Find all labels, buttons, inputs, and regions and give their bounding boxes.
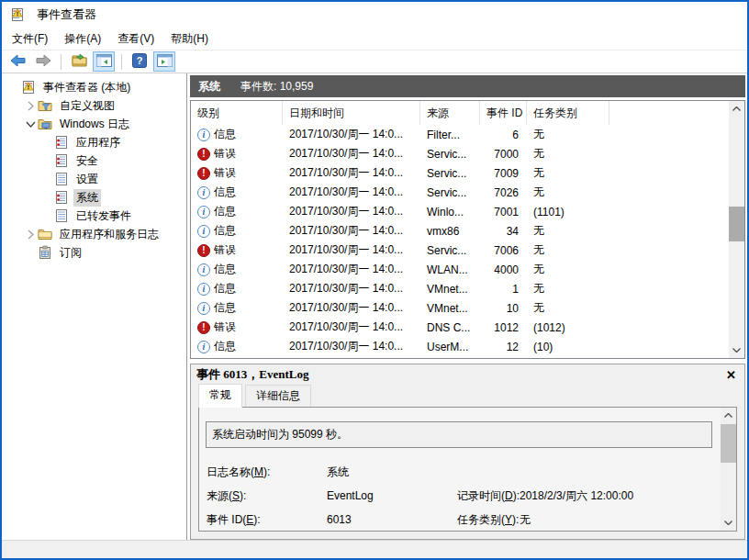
sidebar-item-2[interactable]: Windows 日志 (2, 115, 186, 133)
level-cell: i信息 (191, 262, 283, 277)
level-label: 信息 (214, 262, 236, 277)
scroll-down-icon[interactable] (729, 342, 744, 358)
date-cell: 2017/10/30/周一 14:0... (283, 185, 420, 200)
sidebar-item-9[interactable]: 订阅 (2, 243, 186, 262)
source-cell: WLAN... (420, 263, 480, 276)
column-header-level[interactable]: 级别 (191, 101, 283, 125)
source-cell: Servic... (420, 167, 480, 180)
event-id-cell: 4000 (480, 263, 527, 276)
sidebar-item-5[interactable]: 设置 (2, 170, 186, 188)
scroll-up-icon[interactable] (721, 408, 736, 423)
event-row[interactable]: !错误2017/10/30/周一 14:0...Servic...7006无 (191, 241, 729, 260)
scrollbar-thumb[interactable] (729, 207, 744, 241)
chevron-right-icon[interactable] (24, 230, 38, 240)
close-icon[interactable]: ✕ (726, 368, 736, 382)
event-row[interactable]: i信息2017/10/30/周一 14:0...WLAN...4000无 (191, 260, 729, 279)
event-list-scrollbar[interactable] (729, 101, 744, 358)
menu-file[interactable]: 文件(F) (4, 28, 56, 50)
scroll-down-icon[interactable] (721, 515, 736, 531)
level-label: 错误 (214, 242, 236, 258)
forward-button[interactable] (32, 51, 54, 72)
info-icon: i (197, 206, 210, 218)
level-label: 信息 (214, 185, 236, 200)
toolbar: ? (2, 50, 747, 73)
event-row[interactable]: i信息2017/10/30/周一 14:0...UserM...12(10) (191, 337, 729, 356)
sidebar-item-3[interactable]: 应用程序 (2, 133, 186, 151)
results-event-count: 事件数: 10,959 (240, 79, 313, 95)
help-icon: ? (132, 53, 147, 71)
info-icon: i (197, 341, 210, 353)
sidebar-item-7[interactable]: 已转发事件 (2, 207, 186, 225)
sidebar-item-label: 订阅 (57, 244, 84, 262)
event-row[interactable]: !错误2017/10/30/周一 14:0...Servic...7009无 (191, 163, 729, 183)
chevron-right-icon[interactable] (24, 101, 38, 111)
level-cell: i信息 (191, 281, 283, 297)
logged-label: 记录时间(D): (457, 488, 520, 504)
sidebar-item-4[interactable]: 安全 (2, 151, 186, 170)
task-category-cell: 无 (527, 185, 609, 200)
tab-general[interactable]: 常规 (198, 384, 242, 408)
log-plain-icon (54, 208, 69, 223)
task-category-cell: (1101) (527, 206, 609, 218)
level-cell: !错误 (191, 319, 283, 335)
sidebar-item-label: 安全 (73, 152, 101, 170)
menu-bar: 文件(F) 操作(A) 查看(V) 帮助(H) (2, 28, 747, 50)
help-button[interactable]: ? (129, 51, 151, 72)
event-description: 系统启动时间为 95099 秒。 (212, 427, 348, 442)
scrollbar-thumb[interactable] (721, 424, 736, 463)
event-id-cell: 12 (480, 341, 527, 353)
event-id-cell: 7000 (480, 148, 527, 161)
column-header-task-category[interactable]: 任务类别 (527, 101, 609, 125)
event-row[interactable]: i信息2017/10/30/周一 14:0...Filter...6无 (191, 125, 729, 144)
scroll-up-icon[interactable] (729, 101, 744, 117)
show-action-pane-toggle[interactable] (153, 51, 175, 72)
info-icon: i (197, 225, 210, 238)
task-category-cell: (10) (527, 341, 609, 353)
sidebar-item-label: 应用程序和服务日志 (57, 226, 162, 243)
column-header-event-id[interactable]: 事件 ID (480, 101, 527, 125)
status-bar (2, 540, 747, 558)
source-cell: Servic... (420, 186, 480, 199)
preview-header: 事件 6013，EventLog ✕ (191, 364, 744, 385)
event-viewer-window: 事件查看器 文件(F) 操作(A) 查看(V) 帮助(H) (0, 0, 749, 560)
level-cell: !错误 (191, 165, 283, 181)
event-row[interactable]: i信息2017/10/30/周一 14:0...vmx8634无 (191, 221, 729, 241)
level-cell: i信息 (191, 185, 283, 200)
tab-details[interactable]: 详细信息 (245, 385, 311, 407)
event-row[interactable]: i信息2017/10/30/周一 14:0...VMnet...10无 (191, 298, 729, 318)
back-button[interactable] (7, 51, 29, 72)
forward-arrow-icon (35, 54, 51, 70)
event-row[interactable]: i信息2017/10/30/周一 14:0...Winlo...7001(110… (191, 202, 729, 221)
sidebar-item-label: 自定义视图 (57, 97, 117, 115)
sidebar-item-8[interactable]: 应用程序和服务日志 (2, 225, 186, 243)
source-cell: UserM... (420, 341, 480, 353)
level-label: 信息 (214, 300, 236, 316)
event-row[interactable]: !错误2017/10/30/周一 14:0...DNS C...1012(101… (191, 318, 729, 337)
error-icon: ! (197, 244, 210, 257)
app-icon (10, 7, 25, 22)
sidebar-item-6[interactable]: 系统 (2, 188, 186, 207)
menu-view[interactable]: 查看(V) (109, 28, 162, 50)
sidebar-item-1[interactable]: 自定义视图 (2, 96, 186, 115)
show-console-tree-toggle[interactable] (93, 51, 115, 72)
menu-action[interactable]: 操作(A) (56, 28, 109, 50)
menu-help[interactable]: 帮助(H) (162, 28, 217, 50)
column-header-date[interactable]: 日期和时间 (283, 101, 420, 125)
log-marked-icon (54, 153, 69, 168)
event-row[interactable]: i信息2017/10/30/周一 14:0...VMnet...1无 (191, 279, 729, 298)
preview-title: 事件 6013，EventLog (196, 366, 308, 383)
event-id-cell: 1012 (480, 321, 527, 334)
preview-scrollbar[interactable] (721, 408, 736, 531)
source-cell: vmx86 (420, 225, 480, 238)
column-header-source[interactable]: 来源 (420, 101, 480, 125)
task-category-cell: 无 (527, 223, 609, 239)
chevron-down-icon[interactable] (24, 121, 38, 128)
event-row[interactable]: i信息2017/10/30/周一 14:0...Servic...7026无 (191, 183, 729, 202)
sidebar-item-0[interactable]: 事件查看器 (本地) (2, 78, 186, 96)
open-saved-log-button[interactable] (68, 51, 90, 72)
date-cell: 2017/10/30/周一 14:0... (283, 204, 420, 219)
event-id-cell: 6 (480, 129, 527, 141)
level-cell: !错误 (191, 242, 283, 258)
event-row[interactable]: !错误2017/10/30/周一 14:0...Servic...7000无 (191, 144, 729, 163)
console-tree: 事件查看器 (本地)自定义视图Windows 日志应用程序安全设置系统已转发事件… (2, 73, 187, 540)
